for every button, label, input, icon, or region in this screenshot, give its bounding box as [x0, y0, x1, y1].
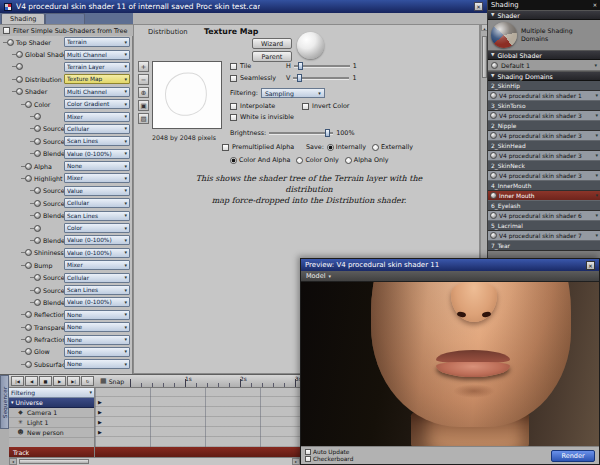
filtering-dropdown[interactable]: Sampling ▾	[261, 88, 325, 98]
scene-object-row[interactable]: ☻ New person	[9, 428, 94, 438]
shader-type-dropdown[interactable]: Terrain Layer ▾	[64, 62, 130, 72]
shader-node-icon[interactable]	[25, 311, 32, 318]
shader-type-dropdown[interactable]: Mixer ▾	[64, 260, 130, 270]
close-icon[interactable]: ✕	[593, 2, 597, 8]
shader-type-dropdown[interactable]: Value (0-100%) ▾	[64, 297, 130, 307]
shader-type-dropdown[interactable]: Scan Lines ▾	[64, 211, 130, 221]
mode-option-color-only[interactable]: Color Only	[296, 156, 338, 164]
horizontal-scrollbar[interactable]: ◂ ▸	[9, 457, 300, 465]
domain-shader-row[interactable]: V4 procedural skin shader 1 ▾	[488, 91, 600, 101]
domain-name-row[interactable]: 2_SkinNeck	[488, 161, 600, 171]
loop-icon[interactable]: ↻	[81, 376, 94, 386]
domain-shader-row[interactable]: V4 procedural skin shader 3 ▾	[488, 151, 600, 161]
domain-name-row[interactable]: 3_SkinTorso	[488, 101, 600, 111]
shader-node-icon[interactable]	[7, 39, 14, 46]
shader-type-dropdown[interactable]: Value (0-100%) ▾	[64, 149, 130, 159]
shader-node-icon[interactable]	[16, 88, 23, 95]
shader-node-icon[interactable]	[25, 262, 32, 269]
shader-type-dropdown[interactable]: Value (0-100%) ▾	[64, 235, 130, 245]
zoom-out-icon[interactable]: −	[138, 74, 149, 85]
shader-node-icon[interactable]	[34, 113, 41, 120]
h-slider[interactable]	[294, 62, 350, 70]
domain-name-row[interactable]: 2_SkinHead	[488, 141, 600, 151]
shader-node-icon[interactable]	[34, 200, 41, 207]
picker-icon[interactable]: ▨	[138, 113, 149, 124]
title-bar[interactable]: V4 procedural skin shader 11 of internal…	[0, 0, 487, 13]
shader-node-icon[interactable]	[25, 101, 32, 108]
prev-frame-icon[interactable]: ◀	[25, 376, 38, 386]
scene-object-row[interactable]: ✳ Light 1	[9, 418, 94, 428]
shader-type-dropdown[interactable]: Texture Map ▾	[64, 74, 130, 84]
domain-shader-row[interactable]: V4 procedural skin shader 7 ▾	[488, 231, 600, 241]
white-invisible-checkbox[interactable]: White is invisible	[230, 113, 294, 121]
checkerboard-checkbox[interactable]: Checkerboard	[305, 456, 353, 462]
shader-node-icon[interactable]	[25, 361, 32, 368]
domain-name-row[interactable]: 4_InnerMouth	[488, 181, 600, 191]
mode-option-alpha-only[interactable]: Alpha Only	[345, 156, 389, 164]
shader-type-dropdown[interactable]: Cellular ▾	[64, 198, 130, 208]
shader-type-dropdown[interactable]: Terrain ▾	[64, 37, 130, 47]
interpolate-checkbox[interactable]: Interpolate	[230, 102, 275, 110]
tab-shading[interactable]: Shading	[1, 13, 45, 24]
expand-triangle-icon[interactable]: ▶	[98, 420, 102, 425]
shader-node-icon[interactable]	[34, 212, 41, 219]
shading-domains-section-header[interactable]: ▼ Shading Domains	[488, 71, 600, 81]
premultiplied-checkbox[interactable]: Premultiplied Alpha	[222, 143, 294, 151]
shader-type-dropdown[interactable]: None ▾	[64, 310, 130, 320]
shader-type-dropdown[interactable]: None ▾	[64, 322, 130, 332]
domain-shader-row[interactable]: V4 procedural skin shader 3 ▾	[488, 111, 600, 121]
play-icon[interactable]: ▶	[53, 376, 66, 386]
domain-name-row[interactable]: 2_Nipple	[488, 121, 600, 131]
shader-type-dropdown[interactable]: Mixer ▾	[64, 173, 130, 183]
shader-type-dropdown[interactable]: Mixer ▾	[64, 112, 130, 122]
tab-blank[interactable]	[45, 13, 85, 24]
tile-checkbox[interactable]: Tile	[230, 62, 251, 70]
shader-node-icon[interactable]	[34, 274, 41, 281]
shader-node-icon[interactable]	[34, 125, 41, 132]
shader-node-icon[interactable]	[16, 76, 23, 83]
preview-title-bar[interactable]: Preview: V4 procedural skin shader 11 ✕	[301, 259, 599, 271]
shader-type-dropdown[interactable]: Scan Lines ▾	[64, 285, 130, 295]
shader-node-icon[interactable]	[34, 299, 41, 306]
multi-domain-thumbnail-row[interactable]: Multiple Shading Domains	[488, 20, 600, 50]
shader-node-icon[interactable]	[34, 150, 41, 157]
fit-icon[interactable]: ▣	[138, 100, 149, 111]
shader-type-dropdown[interactable]: Color ▾	[64, 223, 130, 233]
shader-node-icon[interactable]	[25, 163, 32, 170]
shader-node-icon[interactable]	[25, 249, 32, 256]
texture-image-preview[interactable]	[152, 61, 222, 129]
domain-shader-row[interactable]: Inner Mouth ▾	[488, 191, 600, 201]
expand-triangle-icon[interactable]: ▶	[98, 400, 102, 405]
expand-triangle-icon[interactable]: ▶	[98, 410, 102, 415]
seamlessly-checkbox[interactable]: Seamlessly	[230, 74, 276, 82]
shader-node-icon[interactable]	[34, 138, 41, 145]
shader-type-dropdown[interactable]: Multi Channel ▾	[64, 87, 130, 97]
domain-shader-row[interactable]: V4 procedural skin shader 3 ▾	[488, 171, 600, 181]
model-menu[interactable]: Model ▾	[301, 271, 599, 282]
shader-node-icon[interactable]	[25, 175, 32, 182]
shader-node-icon[interactable]	[16, 51, 23, 58]
brightness-slider[interactable]	[269, 129, 333, 137]
shader-type-dropdown[interactable]: Scan Lines ▾	[64, 136, 130, 146]
shader-type-dropdown[interactable]: Color Gradient ▾	[64, 99, 130, 109]
sequencer-tab[interactable]: Sequencer	[0, 375, 9, 429]
slider-thumb[interactable]	[298, 62, 303, 70]
v-slider[interactable]	[293, 74, 349, 82]
domain-shader-row[interactable]: V4 procedural skin shader 3 ▾	[488, 131, 600, 141]
sequencer-filtering-dropdown[interactable]: Filtering ▾	[9, 388, 94, 398]
universe-row[interactable]: ▾ Universe	[9, 398, 94, 408]
shader-node-icon[interactable]	[25, 336, 32, 343]
mode-option-color-and-alpha[interactable]: Color And Alpha	[230, 156, 290, 164]
domain-name-row[interactable]: 5_Lacrimal	[488, 221, 600, 231]
track-row[interactable]: Track	[9, 447, 94, 457]
slider-thumb[interactable]	[325, 129, 330, 137]
shader-type-dropdown[interactable]: None ▾	[64, 347, 130, 357]
stop-icon[interactable]: ■	[39, 376, 52, 386]
snap-toggle[interactable]: ▦ Snap	[100, 378, 124, 385]
next-frame-icon[interactable]: ▶|	[67, 376, 80, 386]
scroll-left-icon[interactable]: ◂	[9, 458, 17, 465]
shader-type-dropdown[interactable]: None ▾	[64, 359, 130, 369]
shader-type-dropdown[interactable]: None ▾	[64, 161, 130, 171]
scene-object-row[interactable]: ◆ Camera 1	[9, 408, 94, 418]
parent-button[interactable]: Parent	[252, 51, 292, 62]
